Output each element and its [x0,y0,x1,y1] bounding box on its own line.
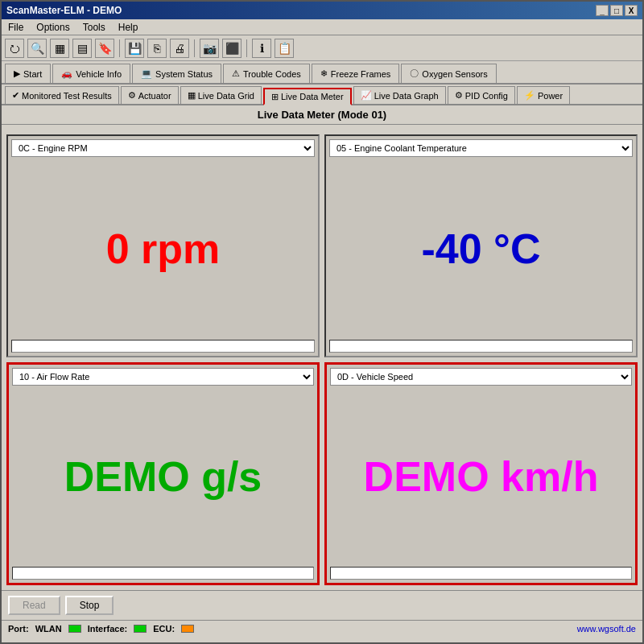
meter-coolant-progress [329,340,633,353]
menu-help[interactable]: Help [115,21,142,34]
meter-airflow-dropdown[interactable]: 10 - Air Flow Rate 0B - Manifold Pressur… [12,368,314,386]
bottom-button-row: Read Stop [2,590,642,620]
toolbar-separator-2 [194,39,195,57]
toolbar-icon-3[interactable]: ▦ [50,39,69,58]
toolbar-icon-1[interactable]: ⭮ [5,39,24,58]
interface-label: Interface: [88,624,128,634]
toolbar-icon-4[interactable]: ▤ [72,39,92,58]
tab-live-data-meter[interactable]: ⊞ Live Data Meter [263,88,352,105]
wlan-label: WLAN [35,624,62,634]
trouble-codes-icon: ⚠ [232,68,240,79]
wlan-led [68,625,81,633]
tab-system-status-label: System Status [155,69,213,79]
page-title-bar: Live Data Meter (Mode 01) [2,105,642,125]
menu-tools[interactable]: Tools [80,21,109,34]
page-title: Live Data Meter (Mode 01) [258,109,386,121]
tab-row2: ✔ Monitored Test Results ⚙ Actuator ▦ Li… [2,85,642,105]
minimize-button[interactable]: _ [596,5,609,16]
meter-speed-progress [330,567,632,580]
tab-freeze-frames-label: Freeze Frames [331,69,391,79]
status-bar: Port: WLAN Interface: ECU: www.wgsoft.de [2,620,642,636]
window-title: ScanMaster-ELM - DEMO [6,5,122,16]
tab-power-label: Power [538,91,563,101]
meter-coolant-value-area: -40 °C [329,160,633,336]
status-url: www.wgsoft.de [577,624,636,634]
meter-coolant: 05 - Engine Coolant Temperature 04 - Eng… [324,134,638,357]
tab-live-data-grid-label: Live Data Grid [198,91,254,101]
meter-airflow: 10 - Air Flow Rate 0B - Manifold Pressur… [6,362,320,585]
tab-start[interactable]: ▶ Start [5,64,51,83]
toolbar-icon-2[interactable]: 🔍 [27,39,47,58]
tab-power[interactable]: ⚡ Power [517,86,570,104]
tab-pid-config[interactable]: ⚙ PID Config [448,86,515,104]
live-data-graph-icon: 📈 [361,90,372,101]
meter-speed-value: DEMO km/h [364,452,599,501]
meter-rpm-value-area: 0 rpm [11,160,315,336]
stop-button[interactable]: Stop [65,596,114,615]
close-button[interactable]: X [625,5,638,16]
toolbar-icon-5[interactable]: 🔖 [95,39,114,58]
meter-airflow-progress [12,567,314,580]
meter-speed-dropdown[interactable]: 0D - Vehicle Speed 0E - Timing Advance [330,368,632,386]
tab-system-status[interactable]: 💻 System Status [132,64,221,83]
inner-content: Live Data Meter (Mode 01) 0C - Engine RP… [2,105,642,642]
toolbar-separator-3 [246,39,247,57]
toolbar-icon-9[interactable]: 📷 [200,39,219,58]
meter-rpm-progress [11,340,315,353]
start-icon: ▶ [14,68,20,79]
tab-monitored-test[interactable]: ✔ Monitored Test Results [5,86,119,104]
tab-trouble-codes[interactable]: ⚠ Trouble Codes [223,64,310,83]
monitored-test-icon: ✔ [12,90,19,101]
meter-grid: 0C - Engine RPM 01 - Monitor Status 02 -… [6,134,638,585]
read-button[interactable]: Read [8,596,60,615]
tab-oxygen-sensors-label: Oxygen Sensors [422,69,487,79]
tab-live-data-graph[interactable]: 📈 Live Data Graph [353,86,446,104]
tab-freeze-frames[interactable]: ❄ Freeze Frames [312,64,400,83]
meter-airflow-value: DEMO g/s [64,452,262,501]
live-data-grid-icon: ▦ [188,90,196,101]
oxygen-sensors-icon: 〇 [410,68,419,80]
tab-vehicle-info[interactable]: 🚗 Vehicle Info [52,64,130,83]
tab-actuator-label: Actuator [138,91,171,101]
interface-led [134,625,147,633]
meter-rpm-value: 0 rpm [106,225,221,273]
tab-vehicle-info-label: Vehicle Info [76,69,122,79]
pid-config-icon: ⚙ [455,90,463,101]
menu-bar: File Options Tools Help [2,19,642,35]
meter-speed: 0D - Vehicle Speed 0E - Timing Advance D… [324,362,638,585]
meter-speed-value-area: DEMO km/h [330,389,632,564]
tab-live-data-graph-label: Live Data Graph [374,91,439,101]
actuator-icon: ⚙ [128,90,136,101]
tab-trouble-codes-label: Trouble Codes [243,69,301,79]
tab-live-data-meter-label: Live Data Meter [281,92,344,101]
tab-actuator[interactable]: ⚙ Actuator [121,86,179,104]
toolbar-icon-10[interactable]: ⬛ [222,39,242,58]
toolbar-icon-6[interactable]: 💾 [125,39,144,58]
tab-row1: ▶ Start 🚗 Vehicle Info 💻 System Status ⚠… [2,61,642,85]
tab-oxygen-sensors[interactable]: 〇 Oxygen Sensors [401,64,496,83]
menu-options[interactable]: Options [33,21,72,34]
title-bar-controls: _ □ X [596,5,638,16]
meter-coolant-dropdown[interactable]: 05 - Engine Coolant Temperature 04 - Eng… [329,139,633,157]
tab-start-label: Start [23,69,42,79]
menu-file[interactable]: File [5,21,27,34]
meter-rpm: 0C - Engine RPM 01 - Monitor Status 02 -… [6,134,320,357]
power-icon: ⚡ [524,90,535,101]
meter-rpm-dropdown[interactable]: 0C - Engine RPM 01 - Monitor Status 02 -… [11,139,315,157]
toolbar-icon-7[interactable]: ⎘ [147,39,167,58]
system-status-icon: 💻 [141,68,152,79]
live-data-meter-icon: ⊞ [271,92,279,102]
app-window: ScanMaster-ELM - DEMO _ □ X File Options… [0,0,644,644]
toolbar-icon-info[interactable]: ℹ [252,39,271,58]
meter-coolant-value: -40 °C [422,225,541,273]
maximize-button[interactable]: □ [610,5,623,16]
vehicle-info-icon: 🚗 [61,68,72,79]
ecu-label: ECU: [153,624,175,634]
toolbar-icon-list[interactable]: 📋 [275,39,294,58]
tab-monitored-test-label: Monitored Test Results [22,91,112,101]
tab-pid-config-label: PID Config [465,91,508,101]
toolbar-icon-8[interactable]: 🖨 [170,39,189,58]
ecu-led [181,625,194,633]
tab-live-data-grid[interactable]: ▦ Live Data Grid [180,86,262,104]
freeze-frames-icon: ❄ [320,68,328,79]
